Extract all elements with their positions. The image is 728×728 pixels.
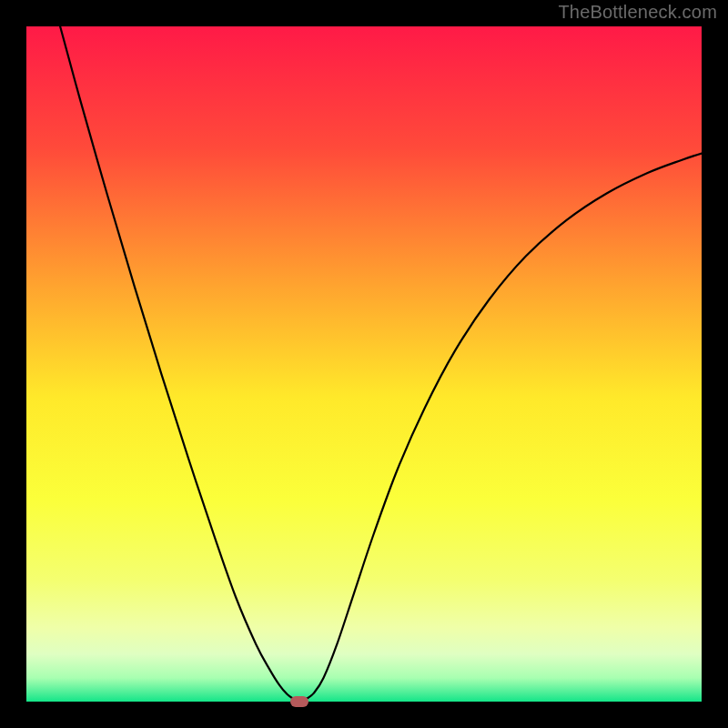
attribution-label: TheBottleneck.com [558,2,717,23]
chart-frame: TheBottleneck.com [0,0,728,728]
bottleneck-chart [26,26,702,702]
gradient-background [26,26,702,702]
optimal-point-marker [290,696,308,707]
